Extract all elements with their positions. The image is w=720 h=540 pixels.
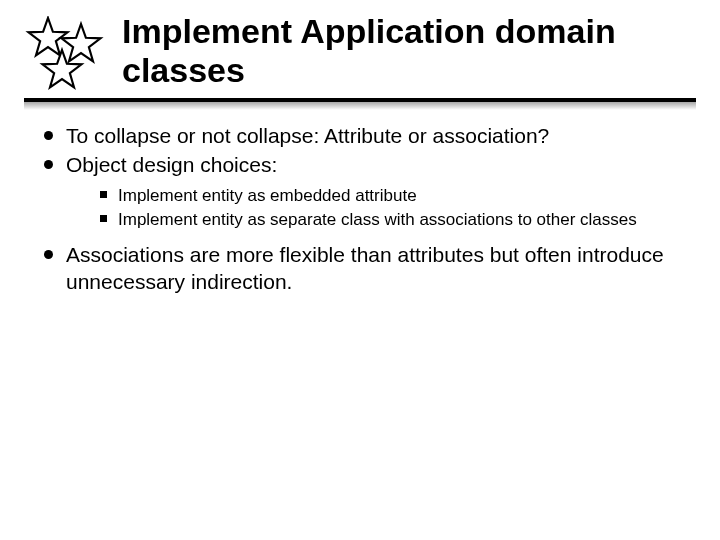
slide-content: To collapse or not collapse: Attribute o… <box>24 122 696 295</box>
list-item: To collapse or not collapse: Attribute o… <box>38 122 686 149</box>
title-divider <box>24 98 696 110</box>
list-item: Implement entity as embedded attribute <box>66 185 686 207</box>
bullet-text: Object design choices: <box>66 153 277 176</box>
slide-header: Implement Application domain classes <box>24 12 696 92</box>
slide: Implement Application domain classes To … <box>0 0 720 540</box>
stars-logo-icon <box>24 16 108 92</box>
list-item: Implement entity as separate class with … <box>66 209 686 231</box>
slide-title: Implement Application domain classes <box>122 12 696 90</box>
bullet-text: Implement entity as embedded attribute <box>118 186 417 205</box>
svg-marker-1 <box>62 24 101 61</box>
bullet-text: To collapse or not collapse: Attribute o… <box>66 124 549 147</box>
bullet-text: Implement entity as separate class with … <box>118 210 637 229</box>
bullet-list: To collapse or not collapse: Attribute o… <box>38 122 686 295</box>
list-item: Associations are more flexible than attr… <box>38 241 686 296</box>
list-item: Object design choices: Implement entity … <box>38 151 686 230</box>
bullet-text: Associations are more flexible than attr… <box>66 243 664 293</box>
sub-bullet-list: Implement entity as embedded attribute I… <box>66 185 686 231</box>
